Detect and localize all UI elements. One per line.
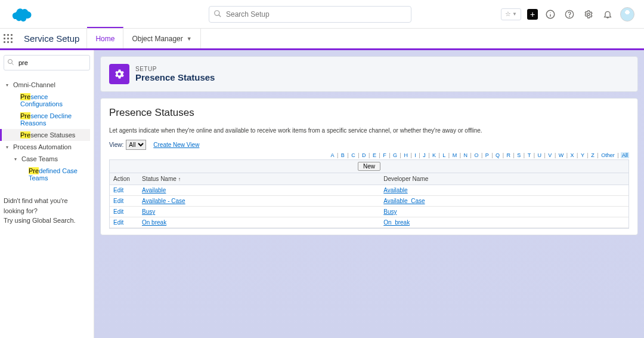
alpha-letter[interactable]: K xyxy=(432,152,436,158)
developer-name-link[interactable]: Busy xyxy=(383,208,397,215)
alpha-letter[interactable]: C xyxy=(351,152,356,158)
status-name-link[interactable]: Available - Case xyxy=(142,198,185,204)
svg-point-6 xyxy=(8,60,13,64)
salesforce-logo[interactable] xyxy=(10,6,33,23)
sidebar-search-wrap xyxy=(4,55,90,70)
notifications-bell-icon[interactable] xyxy=(601,8,614,21)
col-developer-name[interactable]: Developer Name xyxy=(380,173,628,185)
status-name-link[interactable]: Available xyxy=(142,187,166,193)
chevron-down-icon: ▾ xyxy=(6,82,13,88)
page-header-eyebrow: SETUP xyxy=(135,66,215,72)
alpha-letter[interactable]: N xyxy=(463,152,469,158)
page-header: SETUP Presence Statuses xyxy=(100,56,638,92)
main-panel: Presence Statuses Let agents indicate wh… xyxy=(100,98,638,235)
tab-object-manager[interactable]: Object Manager▼ xyxy=(123,29,200,48)
salesforce-help-icon[interactable] xyxy=(544,8,557,21)
chevron-down-icon: ▼ xyxy=(187,36,192,42)
chevron-down-icon: ▾ xyxy=(6,145,13,150)
app-nav-bar: Service Setup Home Object Manager▼ xyxy=(0,29,644,50)
alpha-letter[interactable]: F xyxy=(382,152,387,158)
edit-link[interactable]: Edit xyxy=(113,187,123,193)
tree-item-presence-decline-reasons[interactable]: Presence Decline Reasons xyxy=(4,110,90,129)
content-area: SETUP Presence Statuses Presence Statuse… xyxy=(94,50,644,338)
sidebar-footer: Didn't find what you're looking for? Try… xyxy=(4,196,90,226)
table-row: EditAvailable - CaseAvailable_Case xyxy=(110,196,628,207)
tree-label: Case Teams xyxy=(21,155,58,162)
alpha-letter[interactable]: W xyxy=(558,152,565,158)
alpha-other[interactable]: Other xyxy=(600,152,615,158)
alpha-letter[interactable]: H xyxy=(403,152,408,158)
page-header-title: Presence Statuses xyxy=(135,72,215,82)
alpha-letter[interactable]: P xyxy=(485,152,490,158)
global-search-wrap xyxy=(209,6,411,23)
global-search-input[interactable] xyxy=(209,6,411,23)
developer-name-link[interactable]: On_break xyxy=(383,219,410,226)
global-actions-button[interactable]: + xyxy=(527,9,538,20)
svg-point-4 xyxy=(569,16,570,17)
table-row: EditBusyBusy xyxy=(110,207,628,217)
col-status-name[interactable]: Status Name xyxy=(138,173,380,185)
new-button[interactable]: New xyxy=(358,162,380,171)
alpha-filter-row: A | B | C | D | E | F | G | H | I | J | … xyxy=(109,152,629,158)
view-select[interactable]: All xyxy=(126,140,146,150)
developer-name-link[interactable]: Available xyxy=(383,187,407,193)
panel-description: Let agents indicate when they're online … xyxy=(109,127,629,134)
status-name-link[interactable]: On break xyxy=(142,219,166,226)
alpha-letter[interactable]: M xyxy=(452,152,458,158)
user-avatar[interactable] xyxy=(620,7,634,21)
alpha-letter[interactable]: Q xyxy=(495,152,500,158)
alpha-letter[interactable]: B xyxy=(340,152,345,158)
tab-label: Home xyxy=(95,35,114,43)
alpha-letter[interactable]: J xyxy=(422,152,426,158)
tab-home[interactable]: Home xyxy=(87,27,123,48)
status-name-link[interactable]: Busy xyxy=(142,208,155,215)
table-row: EditAvailableAvailable xyxy=(110,185,628,196)
header-actions: ☆▼ + xyxy=(501,7,639,21)
chevron-down-icon: ▾ xyxy=(14,156,21,162)
panel-heading: Presence Statuses xyxy=(109,107,629,119)
table-wrap: New Action Status Name Developer Name Ed… xyxy=(109,159,629,229)
alpha-letter[interactable]: E xyxy=(372,152,377,158)
page-header-gear-icon xyxy=(109,64,129,84)
tree-item-presence-configurations[interactable]: Presence Configurations xyxy=(4,91,90,110)
presence-status-table: Action Status Name Developer Name EditAv… xyxy=(110,173,628,228)
edit-link[interactable]: Edit xyxy=(113,198,123,204)
alpha-letter[interactable]: Z xyxy=(590,152,595,158)
tree-section-process-automation[interactable]: ▾Process Automation xyxy=(4,141,90,153)
help-icon[interactable] xyxy=(563,8,576,21)
global-header: ☆▼ + xyxy=(0,0,644,29)
tree-item-presence-statuses[interactable]: Presence Statuses xyxy=(0,129,90,141)
table-row: EditOn breakOn_break xyxy=(110,217,628,228)
alpha-letter[interactable]: U xyxy=(537,152,543,158)
tab-label: Object Manager xyxy=(132,35,182,43)
alpha-letter[interactable]: Y xyxy=(580,152,585,158)
developer-name-link[interactable]: Available_Case xyxy=(383,198,425,204)
search-icon xyxy=(213,10,222,20)
view-row: View: All Create New View xyxy=(109,140,629,150)
alpha-letter[interactable]: D xyxy=(361,152,367,158)
view-label: View: xyxy=(109,142,123,148)
alpha-letter[interactable]: R xyxy=(506,152,511,158)
tree-label: Omni-Channel xyxy=(13,81,55,88)
app-launcher-button[interactable] xyxy=(0,29,17,48)
favorites-button[interactable]: ☆▼ xyxy=(501,8,521,20)
app-name-label: Service Setup xyxy=(17,29,87,48)
alpha-letter[interactable]: G xyxy=(392,152,398,158)
tree-subsection-case-teams[interactable]: ▾Case Teams xyxy=(4,153,90,165)
edit-link[interactable]: Edit xyxy=(113,219,123,226)
svg-line-1 xyxy=(219,14,221,17)
setup-tree-sidebar: ▾Omni-Channel Presence Configurations Pr… xyxy=(0,50,94,338)
alpha-all[interactable]: All xyxy=(621,152,629,158)
setup-gear-icon[interactable] xyxy=(582,8,595,21)
search-icon xyxy=(7,59,14,67)
tree-item-predefined-case-teams[interactable]: Predefined Case Teams xyxy=(4,165,90,184)
table-toolbar: New xyxy=(110,160,628,173)
svg-line-7 xyxy=(12,63,14,65)
tree-label: Process Automation xyxy=(13,143,72,150)
svg-point-0 xyxy=(215,10,219,15)
tree-section-omni-channel[interactable]: ▾Omni-Channel xyxy=(4,79,90,91)
edit-link[interactable]: Edit xyxy=(113,208,123,215)
sidebar-search-input[interactable] xyxy=(4,55,90,70)
alpha-letter[interactable]: X xyxy=(570,152,575,158)
create-new-view-link[interactable]: Create New View xyxy=(153,142,199,148)
